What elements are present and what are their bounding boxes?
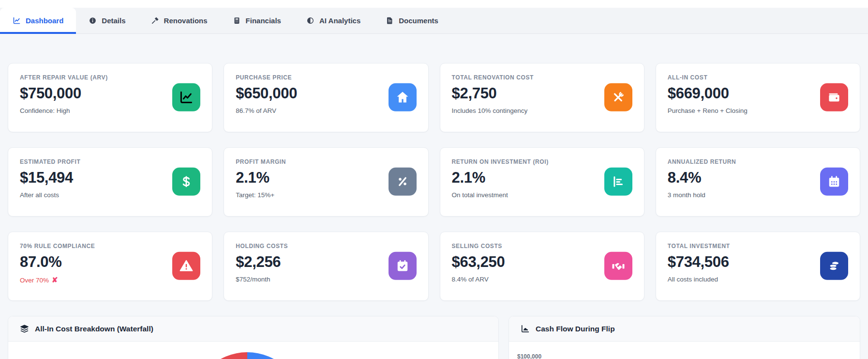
tab-documents[interactable]: Documents <box>373 8 451 33</box>
metric-label: PURCHASE PRICE <box>236 74 416 81</box>
warning-icon <box>172 251 200 280</box>
calendar-icon <box>820 167 848 195</box>
metric-card: ALL-IN COST $669,000 Purchase + Reno + C… <box>656 63 860 132</box>
x-mark-icon: ✘ <box>52 276 58 284</box>
panel-header: Cash Flow During Flip <box>509 316 860 342</box>
tab-renovations[interactable]: Renovations <box>138 8 220 33</box>
home-icon <box>389 83 417 111</box>
coins-icon <box>820 251 848 280</box>
metric-label: TOTAL RENOVATION COST <box>452 74 632 81</box>
chart-panels: All-In Cost Breakdown (Waterfall) Cash F… <box>8 316 860 359</box>
tab-ai-analytics[interactable]: AI Analytics <box>294 8 373 33</box>
panel-title: All-In Cost Breakdown (Waterfall) <box>35 325 153 333</box>
metric-card: 70% RULE COMPLIANCE 87.0% Over 70% ✘ <box>8 232 212 301</box>
tab-bar: Dashboard Details Renovations Financials… <box>0 8 868 34</box>
metric-card: AFTER REPAIR VALUE (ARV) $750,000 Confid… <box>8 63 212 132</box>
metric-label: ESTIMATED PROFIT <box>20 158 200 165</box>
metric-label: ANNUALIZED RETURN <box>668 158 848 165</box>
tab-label: Documents <box>399 16 438 25</box>
circle-half-icon <box>306 16 314 25</box>
metric-card: ANNUALIZED RETURN 8.4% 3 month hold <box>656 147 860 217</box>
metric-card-grid: AFTER REPAIR VALUE (ARV) $750,000 Confid… <box>8 63 860 301</box>
file-text-icon <box>386 16 394 25</box>
panel-title: Cash Flow During Flip <box>536 325 615 333</box>
metric-card: TOTAL INVESTMENT $734,506 All costs incl… <box>656 232 860 301</box>
calculator-icon <box>233 16 241 25</box>
pie-chart <box>192 352 303 359</box>
wallet-icon <box>820 83 848 111</box>
metric-label: SELLING COSTS <box>452 243 632 250</box>
tab-label: Dashboard <box>26 16 63 25</box>
tab-details[interactable]: Details <box>76 8 138 33</box>
metric-label: 70% RULE COMPLIANCE <box>20 243 200 250</box>
tab-label: Financials <box>246 16 281 25</box>
dollar-icon <box>172 167 200 195</box>
tab-dashboard[interactable]: Dashboard <box>0 8 76 33</box>
tools-icon <box>604 83 632 111</box>
metric-card: RETURN ON INVESTMENT (ROI) 2.1% On total… <box>440 147 644 217</box>
chart-line-icon <box>13 16 21 25</box>
chart-line-icon <box>172 83 200 111</box>
hammer-icon <box>151 16 159 25</box>
tab-label: Renovations <box>164 16 208 25</box>
metric-card: PURCHASE PRICE $650,000 86.7% of ARV <box>224 63 428 132</box>
tab-label: Details <box>102 16 125 25</box>
metric-label: AFTER REPAIR VALUE (ARV) <box>20 74 200 81</box>
metric-label: TOTAL INVESTMENT <box>668 243 848 250</box>
panel-body <box>8 342 498 359</box>
dashboard-content: AFTER REPAIR VALUE (ARV) $750,000 Confid… <box>0 34 868 359</box>
metric-card: PROFIT MARGIN 2.1% Target: 15%+ <box>224 147 428 217</box>
chart-area-icon <box>521 324 530 333</box>
top-strip <box>0 0 868 8</box>
panel-body: $100,000 <box>509 342 860 359</box>
info-icon <box>89 16 97 25</box>
metric-card: ESTIMATED PROFIT $15,494 After all costs <box>8 147 212 217</box>
tab-label: AI Analytics <box>319 16 360 25</box>
metric-label: PROFIT MARGIN <box>236 158 416 165</box>
cost-breakdown-panel: All-In Cost Breakdown (Waterfall) <box>8 316 499 359</box>
chart-bar-icon <box>604 167 632 195</box>
panel-header: All-In Cost Breakdown (Waterfall) <box>8 316 498 342</box>
percent-icon <box>389 167 417 195</box>
metric-card: SELLING COSTS $63,250 8.4% of ARV <box>440 232 644 301</box>
metric-label: HOLDING COSTS <box>236 243 416 250</box>
handshake-icon <box>604 251 632 280</box>
metric-card: HOLDING COSTS $2,256 $752/month <box>224 232 428 301</box>
calendar-check-icon <box>389 251 417 280</box>
y-axis-top-label: $100,000 <box>509 342 860 359</box>
metric-label: ALL-IN COST <box>668 74 848 81</box>
cash-flow-panel: Cash Flow During Flip $100,000 <box>509 316 860 359</box>
metric-label: RETURN ON INVESTMENT (ROI) <box>452 158 632 165</box>
layers-icon <box>20 324 29 333</box>
metric-subtext: Over 70% ✘ <box>20 276 200 284</box>
metric-card: TOTAL RENOVATION COST $2,750 Includes 10… <box>440 63 644 132</box>
tab-financials[interactable]: Financials <box>220 8 294 33</box>
